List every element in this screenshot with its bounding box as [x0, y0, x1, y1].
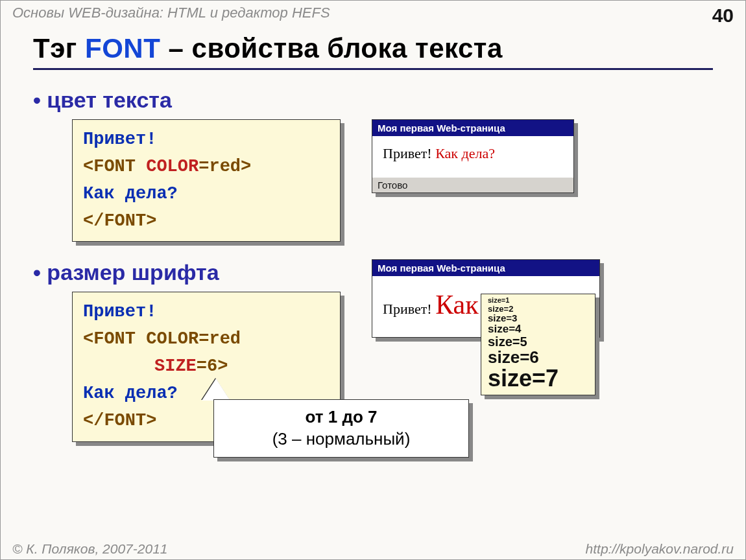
course-title: Основы WEB-дизайна: HTML и редактор HEFS [12, 5, 330, 27]
footer-bar: © К. Поляков, 2007-2011 http://kpolyakov… [1, 541, 745, 557]
callout-size-range: от 1 до 7 (3 – нормальный) [213, 399, 469, 458]
font-sizes-demo: size=1size=2size=3size=4size=5size=6size… [481, 294, 596, 395]
bullet-text-color: цвет текста [33, 88, 734, 113]
size-sample-2: size=2 [488, 305, 588, 314]
window-titlebar: Моя первая Web-страница [372, 260, 599, 276]
callout-tail-icon [202, 379, 230, 401]
slide-title: Тэг FONT – свойства блока текста [33, 33, 713, 70]
size-sample-4: size=4 [488, 323, 588, 335]
footer-copyright: © К. Поляков, 2007-2011 [12, 541, 168, 557]
size-sample-7: size=7 [488, 366, 588, 391]
size-sample-3: size=3 [488, 313, 588, 323]
footer-url: http://kpolyakov.narod.ru [586, 541, 734, 557]
window-statusbar: Готово [372, 176, 573, 192]
window-body: Привет! Как дела? [372, 136, 573, 176]
window-titlebar: Моя первая Web-страница [372, 120, 573, 136]
keyword-font: FONT [85, 33, 160, 64]
code-example-color: Привет! <FONT COLOR=red> Как дела? </FON… [72, 119, 341, 242]
size-sample-6: size=6 [488, 349, 588, 366]
size-sample-5: size=5 [488, 335, 588, 349]
page-number: 40 [712, 5, 734, 27]
slide-content: цвет текста Привет! <FONT COLOR=red> Как… [33, 84, 734, 533]
browser-window-1: Моя первая Web-страница Привет! Как дела… [372, 119, 574, 193]
size-sample-1: size=1 [488, 297, 588, 305]
header-bar: Основы WEB-дизайна: HTML и редактор HEFS… [1, 1, 745, 27]
